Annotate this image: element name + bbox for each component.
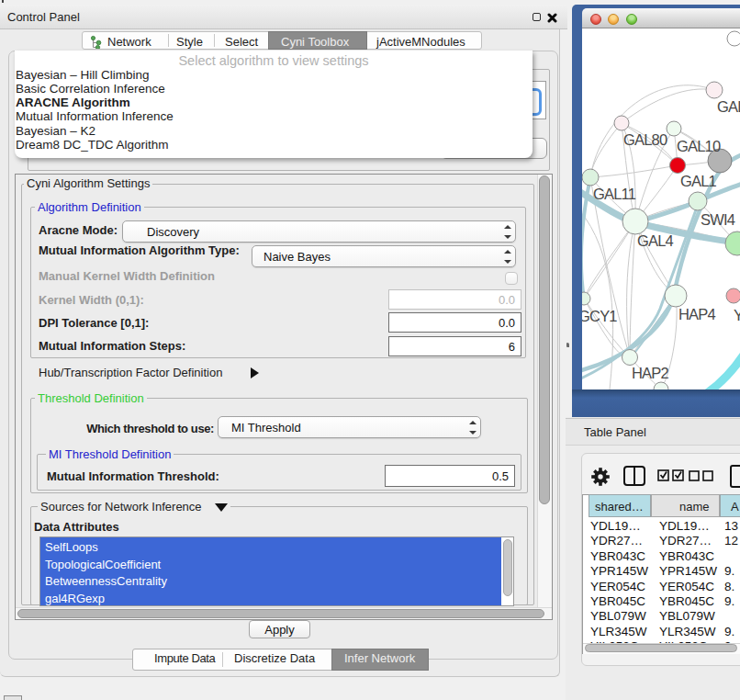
svg-text:GAL10: GAL10 [677, 138, 721, 154]
svg-text:Y: Y [734, 307, 740, 323]
svg-text:GAL1: GAL1 [680, 173, 717, 189]
svg-text:GCY1: GCY1 [582, 308, 617, 324]
svg-text:GAL80: GAL80 [623, 131, 667, 148]
svg-text:GAL4: GAL4 [637, 232, 674, 249]
svg-text:HAP2: HAP2 [632, 365, 669, 381]
svg-text:GAL2: GAL2 [717, 98, 740, 115]
svg-text:GAL11: GAL11 [593, 186, 636, 202]
svg-text:HAP4: HAP4 [678, 306, 716, 322]
svg-text:SWI4: SWI4 [701, 211, 735, 228]
